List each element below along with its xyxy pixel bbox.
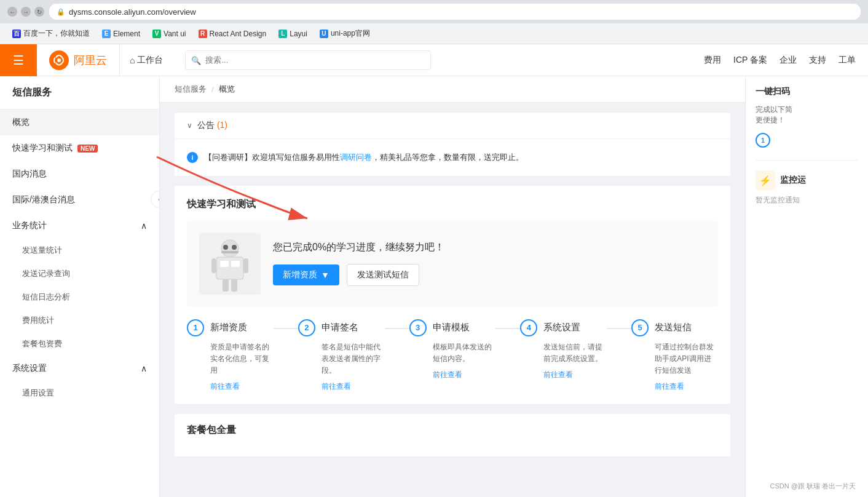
bookmarks-bar: 百 百度一下，你就知道 E Element V Vant ui R React …: [0, 23, 868, 44]
workbench-button[interactable]: ⌂ 工作台: [119, 44, 173, 76]
send-test-button[interactable]: 发送测试短信: [347, 264, 419, 286]
bookmark-layui[interactable]: L Layui: [274, 28, 312, 40]
new-badge: NEW: [77, 145, 98, 153]
domestic-label: 国内消息: [12, 169, 47, 180]
progress-text: 您已完成0%的学习进度，继续努力吧！: [273, 241, 706, 254]
sidebar-item-domestic[interactable]: 国内消息: [0, 161, 159, 187]
svg-rect-7: [231, 261, 240, 267]
sidebar-item-international[interactable]: 国际/港澳台消息: [0, 187, 159, 213]
bookmark-vant[interactable]: V Vant ui: [148, 28, 191, 40]
quicklearn-label: 快速学习和测试: [12, 143, 73, 154]
bizstats-label: 业务统计: [12, 220, 47, 231]
step-link-2[interactable]: 前往查看: [298, 381, 385, 392]
svg-rect-8: [211, 258, 216, 273]
ann-link[interactable]: 调研问卷: [340, 153, 372, 162]
breadcrumb-parent[interactable]: 短信服务: [175, 84, 207, 95]
workbench-label: 工作台: [137, 55, 163, 66]
bookmark-label: React Ant Design: [210, 30, 267, 38]
bookmark-element[interactable]: E Element: [97, 28, 145, 40]
learn-banner: 您已完成0%的学习进度，继续努力吧！ 新增资质 ▼ 发送测试短信: [187, 221, 718, 307]
step-item-5: 5 发送短信 可通过控制台群发助手或API调用进行短信发送 前往查看: [631, 319, 718, 392]
step-num-3: 3: [409, 319, 427, 336]
hamburger-icon: ☰: [13, 53, 24, 68]
step-num-4: 4: [520, 319, 537, 336]
topbar-link-icp[interactable]: ICP 备案: [733, 55, 767, 66]
step-link-1[interactable]: 前往查看: [187, 381, 274, 392]
topbar-link-feeitem[interactable]: 费用: [704, 55, 721, 66]
topbar-link-enterprise[interactable]: 企业: [779, 55, 797, 66]
monitor-empty-text: 暂无监控通知: [756, 195, 858, 205]
info-icon: i: [187, 152, 198, 163]
step-item-3: 3 申请模板 模板即具体发送的短信内容。 前往查看: [409, 319, 496, 380]
svg-rect-10: [223, 279, 229, 292]
step-desc-1: 资质是申请签名的实名化信息，可复用: [187, 341, 274, 377]
sidebar-item-sendrec[interactable]: 发送记录查询: [0, 262, 159, 285]
step-link-3[interactable]: 前往查看: [409, 370, 496, 380]
sidebar-group-syssettings[interactable]: 系统设置 ∧: [0, 356, 159, 381]
step-link-4[interactable]: 前往查看: [520, 370, 607, 380]
step-num-1: 1: [187, 319, 204, 336]
bookmark-uni[interactable]: U uni-app官网: [315, 26, 375, 41]
bookmark-react[interactable]: R React Ant Design: [194, 28, 272, 40]
topbar-link-workorder[interactable]: 工单: [838, 55, 856, 66]
step-connector-1: [274, 319, 298, 329]
syssettings-label: 系统设置: [12, 363, 47, 374]
add-resource-label: 新增资质: [283, 269, 317, 280]
qr-step-num-1: 1: [756, 133, 770, 148]
sidebar-item-feestats[interactable]: 费用统计: [0, 309, 159, 332]
address-bar[interactable]: 🔒 dysms.console.aliyun.com/overview: [49, 4, 861, 20]
sidebar-group-bizstats[interactable]: 业务统计 ∧: [0, 213, 159, 239]
step-item-4: 4 系统设置 发送短信前，请提前完成系统设置。 前往查看: [520, 319, 607, 380]
hamburger-button[interactable]: ☰: [0, 44, 37, 76]
step-name-3: 申请模板: [433, 322, 470, 333]
svg-rect-9: [243, 258, 248, 273]
main-layout: 短信服务 概览 快速学习和测试 NEW 国内消息 国际/港澳台消息 业务统计 ∧…: [0, 76, 868, 497]
monitor-title: 监控运: [780, 175, 806, 186]
sidebar-item-sendstats[interactable]: 发送量统计: [0, 239, 159, 262]
element-icon: E: [102, 30, 111, 38]
ann-title: 公告 (1): [197, 120, 227, 131]
step-desc-5: 可通过控制台群发助手或API调用进行短信发送: [631, 341, 718, 377]
step-connector-4: [607, 319, 631, 329]
footer-text: CSDN @跟 耿瑞 卷出一片天: [770, 482, 856, 491]
baidu-icon: 百: [12, 30, 21, 38]
learn-actions: 新增资质 ▼ 发送测试短信: [273, 264, 706, 286]
sidebar-item-overview[interactable]: 概览: [0, 109, 159, 135]
reload-button[interactable]: ↻: [34, 7, 44, 17]
package-title: 套餐包全量: [187, 424, 718, 437]
dropdown-icon: ▼: [321, 270, 329, 280]
ann-text: 【问卷调研】欢迎填写短信服务易用性调研问卷，精美礼品等您拿，数量有限，送完即止。: [204, 151, 524, 164]
step-link-5[interactable]: 前往查看: [631, 381, 718, 392]
breadcrumb: 短信服务 / 概览: [160, 76, 745, 103]
aliyun-logo-icon: [49, 50, 69, 70]
layui-icon: L: [278, 30, 287, 38]
search-input[interactable]: [185, 50, 431, 70]
aliyun-logo[interactable]: 阿里云: [37, 50, 119, 70]
svg-point-2: [223, 245, 228, 250]
monitor-icon: ⚡: [756, 170, 775, 190]
right-panel-title: 一键扫码: [756, 86, 858, 97]
search-icon: 🔍: [191, 55, 201, 65]
breadcrumb-sep: /: [211, 85, 214, 94]
announcement-item: i 【问卷调研】欢迎填写短信服务易用性调研问卷，精美礼品等您拿，数量有限，送完即…: [187, 146, 718, 169]
content-area: 短信服务 / 概览 ∨ 公告 (1) i: [160, 76, 745, 497]
sidebar-item-quicklearn[interactable]: 快速学习和测试 NEW: [0, 135, 159, 161]
step-desc-3: 模板即具体发送的短信内容。: [409, 341, 496, 365]
sidebar-item-smslog[interactable]: 短信日志分析: [0, 285, 159, 309]
topbar-link-support[interactable]: 支持: [809, 55, 826, 66]
bookmark-label: uni-app官网: [331, 28, 370, 39]
step-item-1: 1 新增资质 资质是申请签名的实名化信息，可复用 前往查看: [187, 319, 274, 392]
back-button[interactable]: ←: [7, 7, 17, 17]
sidebar-item-generalsettings[interactable]: 通用设置: [0, 381, 159, 405]
svg-rect-4: [221, 251, 239, 253]
svg-rect-5: [216, 257, 243, 279]
sidebar-item-package[interactable]: 套餐包资费: [0, 332, 159, 356]
learn-right: 您已完成0%的学习进度，继续努力吧！ 新增资质 ▼ 发送测试短信: [273, 241, 706, 286]
bookmark-baidu[interactable]: 百 百度一下，你就知道: [7, 26, 95, 41]
step-desc-2: 签名是短信中能代表发送者属性的字段。: [298, 341, 385, 377]
forward-button[interactable]: →: [21, 7, 31, 17]
bookmark-label: Layui: [290, 30, 307, 38]
step-item-2: 2 申请签名 签名是短信中能代表发送者属性的字段。 前往查看: [298, 319, 385, 392]
announcement-header[interactable]: ∨ 公告 (1): [175, 113, 730, 139]
add-resource-button[interactable]: 新增资质 ▼: [273, 264, 339, 285]
